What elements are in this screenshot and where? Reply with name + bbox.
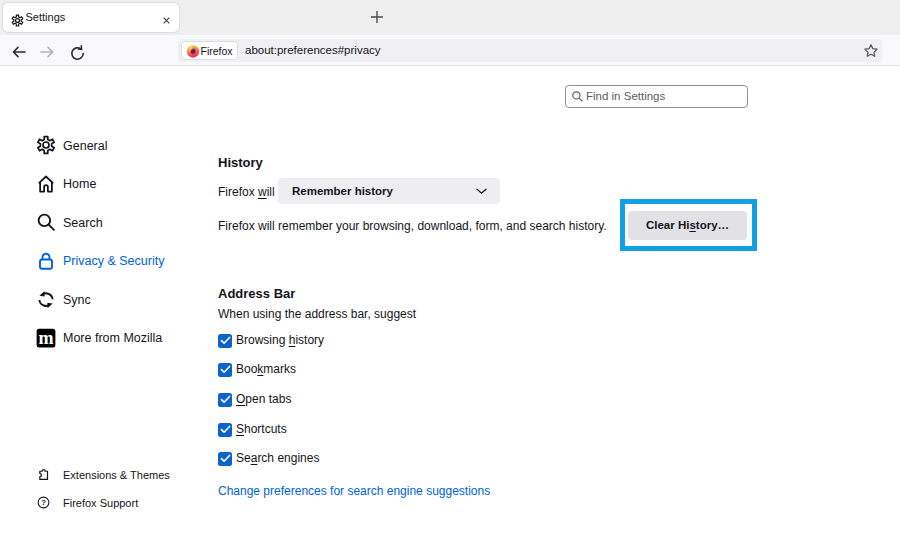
svg-text:?: ? xyxy=(41,498,46,507)
svg-text:m: m xyxy=(38,328,53,348)
